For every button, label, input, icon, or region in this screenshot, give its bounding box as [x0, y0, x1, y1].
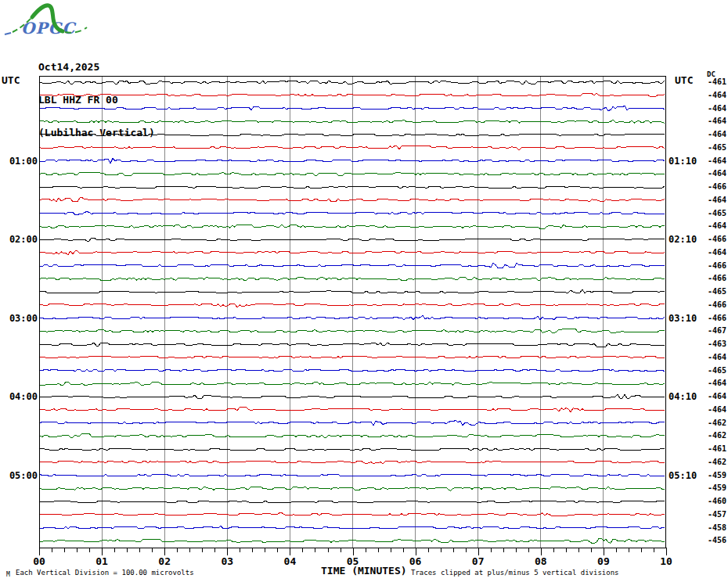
x-tick-label-10: 10 — [654, 555, 679, 567]
dc-value-row-29: -462 — [700, 458, 726, 467]
x-tick-label-05: 05 — [341, 555, 366, 567]
dc-value-row-0: -461 — [700, 77, 726, 87]
dc-value-row-5: -465 — [700, 143, 726, 153]
x-tick-label-06: 06 — [403, 555, 428, 567]
dc-value-row-21: -464 — [700, 353, 726, 362]
dc-value-row-19: -467 — [700, 326, 726, 336]
dc-value-row-1: -464 — [700, 91, 726, 100]
left-hour-label-0200: 02:00 — [0, 233, 38, 246]
dc-value-row-2: -464 — [700, 104, 726, 113]
corner-glyph: M — [6, 571, 10, 578]
dc-value-row-3: -464 — [700, 117, 726, 126]
dc-value-row-35: -456 — [700, 536, 726, 545]
logo-left-dash — [5, 33, 11, 34]
opgc-logo-text: OPGC — [21, 19, 77, 38]
dc-value-row-10: -465 — [700, 209, 726, 218]
x-tick-label-07: 07 — [466, 555, 491, 567]
dc-value-row-25: -464 — [700, 405, 726, 415]
dc-value-row-20: -463 — [700, 340, 726, 349]
dc-value-row-28: -461 — [700, 444, 726, 454]
dc-value-row-33: -457 — [700, 510, 726, 519]
dc-value-row-34: -458 — [700, 523, 726, 533]
dc-value-row-18: -466 — [700, 314, 726, 323]
date-label: Oct14,2025 — [38, 62, 155, 73]
left-hour-label-0500: 05:00 — [0, 469, 38, 482]
utc-right-header: UTC — [675, 74, 693, 86]
x-tick-label-03: 03 — [214, 555, 240, 567]
dc-value-row-12: -466 — [700, 235, 726, 244]
x-tick-label-01: 01 — [89, 555, 114, 567]
dc-value-row-22: -465 — [700, 366, 726, 375]
left-hour-label-0300: 03:00 — [0, 312, 38, 325]
dc-value-row-31: -459 — [700, 483, 726, 493]
utc-left-header: UTC — [2, 74, 20, 86]
opgc-logo: OPGC — [4, 2, 98, 41]
dc-value-row-30: -459 — [700, 471, 726, 480]
dc-value-row-24: -464 — [700, 392, 726, 401]
dc-value-row-23: -464 — [700, 379, 726, 388]
dc-value-row-9: -464 — [700, 196, 726, 205]
dc-value-row-16: -465 — [700, 287, 726, 296]
dc-value-row-13: -464 — [700, 248, 726, 257]
seismogram-plot — [39, 76, 667, 549]
x-tick-label-09: 09 — [591, 555, 616, 567]
left-hour-label-0400: 04:00 — [0, 390, 38, 403]
dc-value-row-4: -464 — [700, 130, 726, 139]
dc-value-row-15: -466 — [700, 274, 726, 283]
division-note: Each Vertical Division = 100.00 microvol… — [16, 569, 194, 577]
dc-value-row-32: -460 — [700, 497, 726, 506]
x-tick-label-04: 04 — [277, 555, 302, 567]
left-hour-label-0100: 01:00 — [0, 155, 38, 167]
clip-note: Traces clipped at plus/minus 5 vertical … — [411, 569, 619, 577]
x-tick-label-00: 00 — [27, 555, 52, 567]
dc-value-row-26: -462 — [700, 419, 726, 428]
x-tick-label-02: 02 — [152, 555, 177, 567]
dc-value-row-17: -466 — [700, 300, 726, 310]
dc-value-row-8: -466 — [700, 182, 726, 192]
x-tick-label-08: 08 — [528, 555, 553, 567]
dc-value-row-11: -464 — [700, 221, 726, 231]
dc-value-row-14: -466 — [700, 261, 726, 271]
dc-value-row-6: -464 — [700, 156, 726, 166]
helicorder-page: OPGC Oct14,2025 LBL HHZ FR 00 (Lubilhac … — [0, 0, 728, 582]
dc-value-row-27: -462 — [700, 431, 726, 440]
dc-value-row-7: -464 — [700, 169, 726, 178]
